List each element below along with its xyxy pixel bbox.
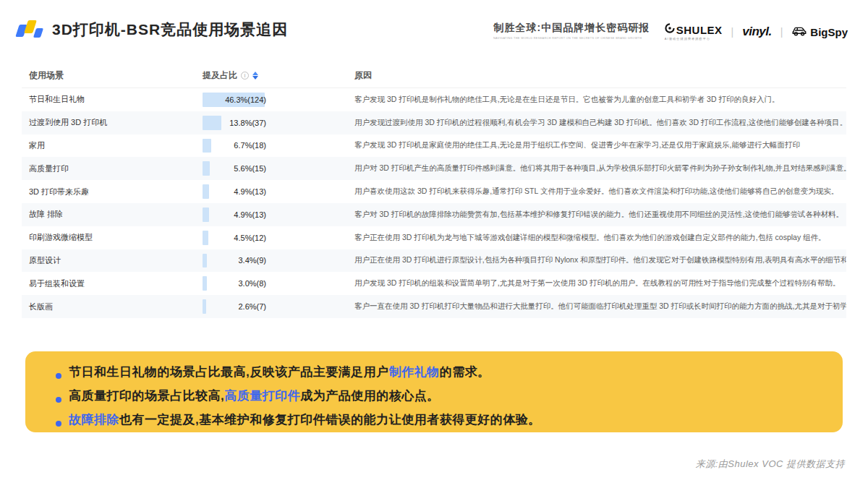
scenario-cell: 家用 [22,140,203,151]
scenario-cell: 过渡到使用 3D 打印机 [22,117,203,128]
column-header-ratio: 提及占比 i [203,69,318,82]
ratio-cell: 2.6%(7) [203,295,318,318]
reason-cell: 客户发现 3D 打印机是制作礼物的绝佳工具,无论是在生日还是节日。它也被誉为儿童… [318,95,846,105]
logo-divider: | [779,26,785,38]
insight-text: 高质量打印的场景占比较高,高质量打印件成为产品使用的核心点。 [69,388,440,404]
report-subtitle: NAVIGATING THE WORLD RESEARCH REPORT ON … [493,36,642,40]
bigspy-car-icon [791,25,807,39]
table-row: 印刷游戏微缩模型 4.5%(12) 客户正在使用 3D 打印机为龙与地下城等游戏… [22,226,846,249]
reason-cell: 用户正在使用 3D 打印机进行原型设计,包括为各种项目打印 Nylonx 和原型… [318,255,846,265]
ratio-value: 4.9%(13) [203,203,266,226]
table-row: 易于组装和设置 3.0%(8) 用户发现 3D 打印机的组装和设置简单明了,尤其… [22,272,846,295]
ratio-cell: 46.3%(124) [203,88,318,111]
table-header-row: 使用场景 提及占比 i 原因 [22,64,846,88]
sort-icon[interactable] [252,72,258,80]
table-row: 长版画 2.6%(7) 客户一直在使用 3D 打印机打印大量物品和进行大批量打印… [22,295,846,318]
insight-item: 高质量打印的场景占比较高,高质量打印件成为产品使用的核心点。 [56,388,821,411]
ratio-value: 46.3%(124) [203,88,266,111]
scenario-cell: 节日和生日礼物 [22,94,203,105]
insight-highlight: 故障排除 [69,413,119,427]
bullet-dot-icon [56,421,61,427]
ratio-cell: 3.0%(8) [203,272,318,295]
column-header-reason: 原因 [318,69,846,82]
ratio-cell: 3.4%(9) [203,249,318,273]
page-title: 3D打印机-BSR竞品使用场景追因 [52,20,288,40]
ratio-cell: 4.9%(13) [203,180,318,203]
reason-cell: 客户一直在使用 3D 打印机打印大量物品和进行大批量打印。他们可能面临打印机处理… [318,301,846,312]
insight-item: 节日和生日礼物的场景占比最高,反映该产品主要满足用户制作礼物的需求。 [56,364,821,388]
insight-text-post: 也有一定提及,基本维护和修复打印件错误的能力让使用者获得更好的体验。 [119,413,541,427]
bigspy-logo: BigSpy [791,25,848,39]
table-row: 节日和生日礼物 46.3%(124) 客户发现 3D 打印机是制作礼物的绝佳工具… [22,88,846,111]
data-source-note: 来源:由Shulex VOC 提供数据支持 [696,458,845,471]
reason-cell: 客户对 3D 打印机的故障排除功能赞赏有加,包括基本维护和修复打印错误的能力。他… [318,210,846,220]
table-row: 3D 打印带来乐趣 4.9%(13) 用户喜欢使用这款 3D 打印机来获得乐趣,… [22,180,846,203]
shulex-logo: SHULEX AI驱动全球消费者洞察平台 [665,23,723,40]
insight-text: 节日和生日礼物的场景占比最高,反映该产品主要满足用户制作礼物的需求。 [69,364,490,380]
shulex-wordmark: SHULEX [676,24,723,36]
column-header-scenario: 使用场景 [22,69,203,82]
ratio-value: 4.9%(13) [203,180,266,203]
usage-scenario-table: 使用场景 提及占比 i 原因 节日和生日礼物 46.3%(124) 客户发现 3… [22,64,846,318]
report-title-block: 制胜全球:中国品牌增长密码研报 NAVIGATING THE WORLD RES… [493,22,650,40]
shulex-swirl-icon [665,23,675,36]
reason-cell: 客户正在使用 3D 打印机为龙与地下城等游戏创建详细的模型和微缩模型。他们喜欢为… [318,233,846,243]
sort-ascending-caret [252,72,258,75]
reason-cell: 用户对 3D 打印机产生的高质量打印件感到满意。他们将其用于各种项目,从为学校俱… [318,163,846,174]
reason-cell: 用户发现过渡到使用 3D 打印机的过程很顺利,有机会学习 3D 建模和自己构建 … [318,118,846,128]
bullet-dot-icon [56,397,61,403]
reason-cell: 用户喜欢使用这款 3D 打印机来获得乐趣,通常打印 STL 文件用于业余爱好。他… [318,187,846,197]
ratio-cell: 4.9%(13) [203,203,318,226]
app-logo [16,19,45,40]
logo-shape-blue-right [33,28,43,38]
ratio-value: 2.6%(7) [203,295,266,318]
ratio-cell: 4.5%(12) [203,226,318,249]
ratio-value: 5.6%(15) [203,157,266,180]
ratio-value: 3.4%(9) [203,249,266,273]
top-header: 3D打印机-BSR竞品使用场景追因 制胜全球:中国品牌增长密码研报 NAVIGA… [0,0,868,40]
sort-descending-caret [252,76,258,80]
ratio-value: 4.5%(12) [203,226,266,249]
table-row: 过渡到使用 3D 打印机 13.8%(37) 用户发现过渡到使用 3D 打印机的… [22,111,846,134]
table-body: 节日和生日礼物 46.3%(124) 客户发现 3D 打印机是制作礼物的绝佳工具… [22,88,846,318]
vinyl-logo: vinyl. [742,25,771,39]
insight-highlight: 制作礼物 [389,365,440,379]
ratio-value: 13.8%(37) [203,111,266,134]
bullet-dot-icon [56,373,61,379]
insight-summary-box: 节日和生日礼物的场景占比最高,反映该产品主要满足用户制作礼物的需求。 高质量打印… [25,351,843,432]
ratio-header-label: 提及占比 [203,69,237,82]
bigspy-wordmark: BigSpy [810,26,848,38]
insight-text-post: 成为产品使用的核心点。 [300,389,440,403]
scenario-cell: 3D 打印带来乐趣 [22,187,203,197]
logo-divider: | [730,26,736,38]
report-title: 制胜全球:中国品牌增长密码研报 [493,22,650,35]
scenario-cell: 印刷游戏微缩模型 [22,232,203,243]
ratio-value: 3.0%(8) [203,272,266,295]
info-icon[interactable]: i [241,72,249,80]
scenario-cell: 易于组装和设置 [22,278,203,289]
ratio-cell: 13.8%(37) [203,111,318,134]
insight-text: 故障排除也有一定提及,基本维护和修复打印件错误的能力让使用者获得更好的体验。 [69,411,541,428]
table-row: 高质量打印 5.6%(15) 用户对 3D 打印机产生的高质量打印件感到满意。他… [22,157,846,180]
ratio-cell: 5.6%(15) [203,157,318,180]
scenario-cell: 故障 排除 [22,209,203,220]
insight-highlight: 高质量打印件 [224,389,300,403]
scenario-cell: 原型设计 [22,255,203,266]
insight-text-pre: 节日和生日礼物的场景占比最高,反映该产品主要满足用户 [69,365,389,379]
insight-text-pre: 高质量打印的场景占比较高, [69,389,224,403]
reason-cell: 客户发现 3D 打印机是家庭使用的绝佳工具,无论是用于组织工作空间、促进青少年在… [318,140,846,150]
scenario-cell: 长版画 [22,301,203,312]
table-row: 家用 6.7%(18) 客户发现 3D 打印机是家庭使用的绝佳工具,无论是用于组… [22,134,846,158]
reason-cell: 用户发现 3D 打印机的组装和设置简单明了,尤其是对于第一次使用 3D 打印机的… [318,278,846,288]
ratio-cell: 6.7%(18) [203,134,318,158]
ratio-value: 6.7%(18) [203,134,266,158]
scenario-cell: 高质量打印 [22,163,203,174]
insight-text-post: 的需求。 [440,365,490,379]
shulex-tagline: AI驱动全球消费者洞察平台 [665,37,710,40]
table-row: 故障 排除 4.9%(13) 客户对 3D 打印机的故障排除功能赞赏有加,包括基… [22,203,846,226]
table-row: 原型设计 3.4%(9) 用户正在使用 3D 打印机进行原型设计,包括为各种项目… [22,249,846,273]
insight-item: 故障排除也有一定提及,基本维护和修复打印件错误的能力让使用者获得更好的体验。 [56,411,821,435]
